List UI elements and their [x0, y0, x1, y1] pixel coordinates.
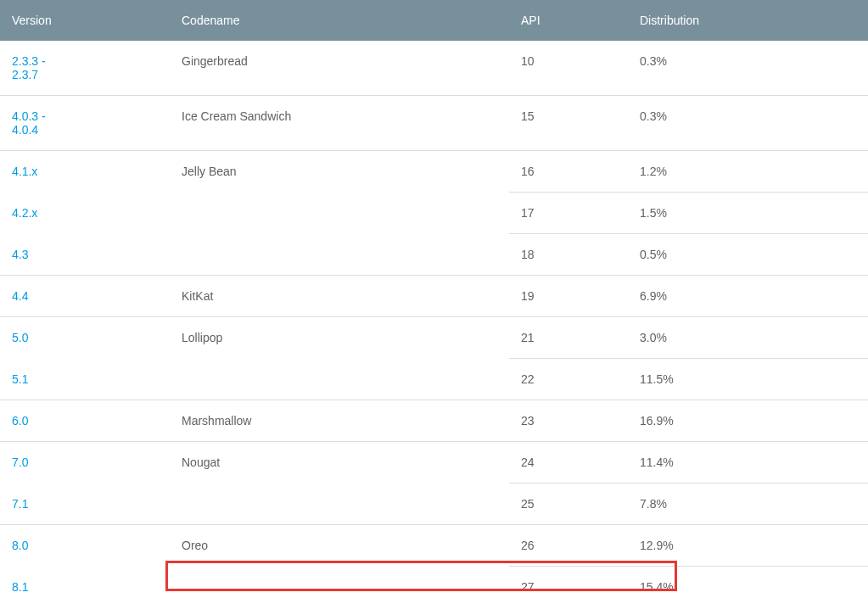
cell-version: 8.0 — [0, 525, 170, 567]
table-row: 8.0Oreo2612.9% — [0, 525, 868, 567]
version-link[interactable]: 8.0 — [12, 539, 28, 552]
cell-codename — [170, 234, 509, 276]
table-row: 4.1.xJelly Bean161.2% — [0, 151, 868, 193]
table-row: 6.0Marshmallow2316.9% — [0, 400, 868, 442]
version-link[interactable]: 2.3.3 - 2.3.7 — [12, 54, 46, 81]
cell-distribution: 11.4% — [628, 442, 868, 483]
cell-distribution: 0.3% — [628, 96, 868, 151]
cell-api: 26 — [509, 525, 628, 567]
header-version: Version — [0, 0, 170, 41]
table-row: 4.3180.5% — [0, 234, 868, 276]
cell-distribution: 1.2% — [628, 151, 868, 193]
cell-distribution: 12.9% — [628, 525, 868, 567]
header-distribution: Distribution — [628, 0, 868, 41]
cell-distribution: 11.5% — [628, 359, 868, 400]
version-link[interactable]: 5.1 — [12, 372, 28, 386]
table-header-row: Version Codename API Distribution — [0, 0, 868, 41]
cell-version: 5.0 — [0, 317, 170, 359]
cell-api: 21 — [509, 317, 628, 359]
version-link[interactable]: 4.2.x — [12, 206, 37, 220]
version-link[interactable]: 4.4 — [12, 289, 28, 303]
header-api: API — [509, 0, 628, 41]
cell-version: 7.1 — [0, 483, 170, 525]
version-link[interactable]: 7.0 — [12, 455, 28, 469]
cell-api: 23 — [509, 400, 628, 442]
cell-version: 7.0 — [0, 442, 170, 483]
cell-codename — [170, 193, 509, 234]
cell-codename: Ice Cream Sandwich — [170, 96, 509, 151]
cell-codename: Lollipop — [170, 317, 509, 359]
cell-version: 8.1 — [0, 567, 170, 599]
cell-codename: Marshmallow — [170, 400, 509, 442]
table-row: 2.3.3 - 2.3.7Gingerbread100.3% — [0, 41, 868, 96]
cell-api: 10 — [509, 41, 628, 96]
cell-distribution: 7.8% — [628, 483, 868, 525]
cell-codename: Gingerbread — [170, 41, 509, 96]
cell-distribution: 16.9% — [628, 400, 868, 442]
table-row: 4.4KitKat196.9% — [0, 276, 868, 317]
version-link[interactable]: 4.1.x — [12, 165, 37, 178]
cell-codename — [170, 483, 509, 525]
cell-api: 18 — [509, 234, 628, 276]
table-row: 5.0Lollipop213.0% — [0, 317, 868, 359]
table-row: 4.0.3 - 4.0.4Ice Cream Sandwich150.3% — [0, 96, 868, 151]
cell-distribution: 0.3% — [628, 41, 868, 96]
cell-version: 4.4 — [0, 276, 170, 317]
cell-version: 6.0 — [0, 400, 170, 442]
cell-api: 24 — [509, 442, 628, 483]
table-row: 8.12715.4% — [0, 567, 868, 599]
cell-distribution: 6.9% — [628, 276, 868, 317]
table-row: 4.2.x171.5% — [0, 193, 868, 234]
cell-version: 4.1.x — [0, 151, 170, 193]
version-link[interactable]: 7.1 — [12, 497, 28, 511]
cell-api: 27 — [509, 567, 628, 599]
cell-codename: KitKat — [170, 276, 509, 317]
version-link[interactable]: 4.0.3 - 4.0.4 — [12, 109, 46, 137]
cell-api: 17 — [509, 193, 628, 234]
cell-version: 4.0.3 - 4.0.4 — [0, 96, 170, 151]
table-row: 5.12211.5% — [0, 359, 868, 400]
cell-distribution: 3.0% — [628, 317, 868, 359]
table-row: 7.0Nougat2411.4% — [0, 442, 868, 483]
cell-codename — [170, 567, 509, 599]
cell-distribution: 0.5% — [628, 234, 868, 276]
cell-api: 25 — [509, 483, 628, 525]
version-link[interactable]: 8.1 — [12, 580, 28, 594]
cell-version: 4.3 — [0, 234, 170, 276]
cell-version: 4.2.x — [0, 193, 170, 234]
version-link[interactable]: 4.3 — [12, 248, 28, 261]
cell-distribution: 1.5% — [628, 193, 868, 234]
cell-codename — [170, 359, 509, 400]
version-link[interactable]: 6.0 — [12, 414, 28, 428]
header-codename: Codename — [170, 0, 509, 41]
android-distribution-table: Version Codename API Distribution 2.3.3 … — [0, 0, 868, 598]
cell-codename: Nougat — [170, 442, 509, 483]
version-link[interactable]: 5.0 — [12, 331, 28, 344]
cell-api: 16 — [509, 151, 628, 193]
cell-api: 22 — [509, 359, 628, 400]
cell-codename: Jelly Bean — [170, 151, 509, 193]
cell-api: 15 — [509, 96, 628, 151]
table-row: 7.1257.8% — [0, 483, 868, 525]
cell-version: 5.1 — [0, 359, 170, 400]
cell-version: 2.3.3 - 2.3.7 — [0, 41, 170, 96]
cell-distribution: 15.4% — [628, 567, 868, 599]
cell-codename: Oreo — [170, 525, 509, 567]
cell-api: 19 — [509, 276, 628, 317]
